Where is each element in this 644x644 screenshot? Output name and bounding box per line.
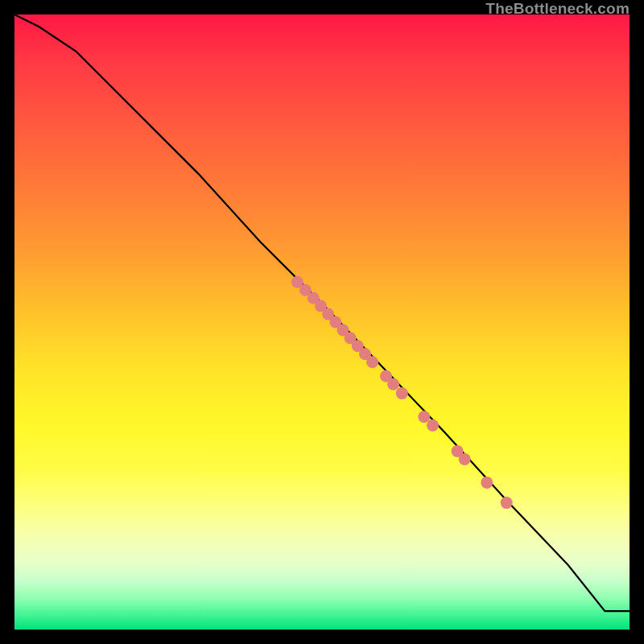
- chart-frame: TheBottleneck.com: [0, 0, 644, 644]
- data-point: [427, 419, 439, 431]
- scatter-points: [291, 276, 513, 509]
- data-point: [418, 411, 430, 423]
- plot-area: [14, 14, 630, 630]
- data-point: [396, 387, 408, 399]
- data-point: [459, 453, 471, 465]
- data-point: [481, 477, 493, 489]
- data-point: [366, 356, 378, 368]
- chart-svg: [14, 14, 630, 630]
- curve-line: [14, 14, 630, 611]
- data-point: [501, 497, 513, 509]
- data-point: [387, 378, 399, 390]
